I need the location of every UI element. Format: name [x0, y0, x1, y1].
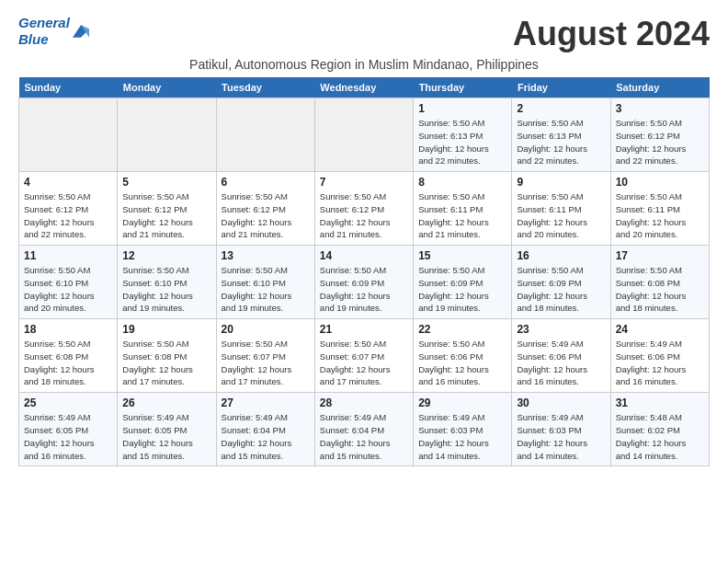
- day-number: 25: [24, 396, 112, 409]
- day-info: Sunrise: 5:50 AM Sunset: 6:12 PM Dayligh…: [122, 190, 210, 241]
- calendar-cell: 19Sunrise: 5:50 AM Sunset: 6:08 PM Dayli…: [118, 319, 216, 393]
- day-info: Sunrise: 5:49 AM Sunset: 6:06 PM Dayligh…: [517, 338, 605, 388]
- logo: General Blue: [18, 15, 89, 48]
- calendar-cell: 27Sunrise: 5:49 AM Sunset: 6:04 PM Dayli…: [216, 393, 314, 466]
- calendar-cell: [118, 98, 216, 172]
- day-info: Sunrise: 5:50 AM Sunset: 6:12 PM Dayligh…: [320, 190, 408, 241]
- header-day-sunday: Sunday: [19, 77, 118, 98]
- calendar-cell: [19, 98, 118, 172]
- day-info: Sunrise: 5:50 AM Sunset: 6:11 PM Dayligh…: [517, 190, 605, 241]
- day-number: 1: [418, 102, 506, 115]
- day-info: Sunrise: 5:49 AM Sunset: 6:05 PM Dayligh…: [122, 411, 210, 462]
- day-number: 20: [222, 323, 310, 336]
- day-info: Sunrise: 5:49 AM Sunset: 6:04 PM Dayligh…: [320, 411, 408, 462]
- calendar-cell: 21Sunrise: 5:50 AM Sunset: 6:07 PM Dayli…: [314, 319, 413, 393]
- day-number: 3: [616, 102, 704, 115]
- header-day-wednesday: Wednesday: [314, 77, 413, 98]
- week-row-3: 11Sunrise: 5:50 AM Sunset: 6:10 PM Dayli…: [19, 246, 710, 319]
- calendar-cell: 22Sunrise: 5:50 AM Sunset: 6:06 PM Dayli…: [414, 319, 512, 393]
- day-number: 7: [320, 176, 408, 189]
- calendar-table: SundayMondayTuesdayWednesdayThursdayFrid…: [18, 77, 710, 466]
- day-number: 19: [122, 323, 210, 336]
- header-day-friday: Friday: [512, 77, 610, 98]
- calendar-cell: 13Sunrise: 5:50 AM Sunset: 6:10 PM Dayli…: [216, 246, 314, 319]
- header-day-tuesday: Tuesday: [216, 77, 314, 98]
- day-number: 14: [320, 249, 408, 262]
- calendar-cell: 20Sunrise: 5:50 AM Sunset: 6:07 PM Dayli…: [216, 319, 314, 393]
- day-number: 6: [222, 176, 310, 189]
- calendar-header: SundayMondayTuesdayWednesdayThursdayFrid…: [19, 77, 710, 98]
- day-info: Sunrise: 5:50 AM Sunset: 6:13 PM Dayligh…: [517, 117, 605, 167]
- calendar-cell: 24Sunrise: 5:49 AM Sunset: 6:06 PM Dayli…: [610, 319, 709, 393]
- day-info: Sunrise: 5:50 AM Sunset: 6:08 PM Dayligh…: [122, 338, 210, 388]
- week-row-1: 1Sunrise: 5:50 AM Sunset: 6:13 PM Daylig…: [19, 98, 710, 172]
- day-number: 16: [517, 249, 605, 262]
- day-info: Sunrise: 5:50 AM Sunset: 6:07 PM Dayligh…: [320, 338, 408, 388]
- day-number: 15: [418, 249, 506, 262]
- calendar-cell: 4Sunrise: 5:50 AM Sunset: 6:12 PM Daylig…: [19, 172, 118, 246]
- day-info: Sunrise: 5:50 AM Sunset: 6:09 PM Dayligh…: [418, 264, 506, 315]
- calendar-cell: 5Sunrise: 5:50 AM Sunset: 6:12 PM Daylig…: [118, 172, 216, 246]
- day-number: 5: [122, 176, 210, 189]
- header-day-monday: Monday: [118, 77, 216, 98]
- day-info: Sunrise: 5:50 AM Sunset: 6:07 PM Dayligh…: [222, 338, 310, 388]
- day-info: Sunrise: 5:50 AM Sunset: 6:10 PM Dayligh…: [122, 264, 210, 315]
- calendar-cell: [314, 98, 413, 172]
- day-number: 18: [24, 323, 112, 336]
- day-number: 13: [222, 249, 310, 262]
- subtitle: Patikul, Autonomous Region in Muslim Min…: [18, 57, 710, 72]
- calendar-cell: 3Sunrise: 5:50 AM Sunset: 6:12 PM Daylig…: [610, 98, 709, 172]
- day-info: Sunrise: 5:50 AM Sunset: 6:08 PM Dayligh…: [616, 264, 704, 315]
- day-number: 9: [517, 176, 605, 189]
- day-info: Sunrise: 5:49 AM Sunset: 6:06 PM Dayligh…: [616, 338, 704, 388]
- day-number: 30: [517, 396, 605, 409]
- calendar-cell: 9Sunrise: 5:50 AM Sunset: 6:11 PM Daylig…: [512, 172, 610, 246]
- day-info: Sunrise: 5:49 AM Sunset: 6:03 PM Dayligh…: [517, 411, 605, 462]
- day-number: 27: [222, 396, 310, 409]
- calendar-cell: 10Sunrise: 5:50 AM Sunset: 6:11 PM Dayli…: [610, 172, 709, 246]
- day-info: Sunrise: 5:49 AM Sunset: 6:04 PM Dayligh…: [222, 411, 310, 462]
- logo-icon: [73, 23, 89, 40]
- calendar-cell: 26Sunrise: 5:49 AM Sunset: 6:05 PM Dayli…: [118, 393, 216, 466]
- day-number: 4: [24, 176, 112, 189]
- day-number: 8: [418, 176, 506, 189]
- calendar-cell: 28Sunrise: 5:49 AM Sunset: 6:04 PM Dayli…: [314, 393, 413, 466]
- calendar-cell: 25Sunrise: 5:49 AM Sunset: 6:05 PM Dayli…: [19, 393, 118, 466]
- calendar-cell: 16Sunrise: 5:50 AM Sunset: 6:09 PM Dayli…: [512, 246, 610, 319]
- week-row-2: 4Sunrise: 5:50 AM Sunset: 6:12 PM Daylig…: [19, 172, 710, 246]
- day-number: 12: [122, 249, 210, 262]
- logo-text: General Blue: [18, 15, 70, 48]
- day-number: 26: [122, 396, 210, 409]
- day-number: 22: [418, 323, 506, 336]
- week-row-5: 25Sunrise: 5:49 AM Sunset: 6:05 PM Dayli…: [19, 393, 710, 466]
- calendar-cell: 8Sunrise: 5:50 AM Sunset: 6:11 PM Daylig…: [414, 172, 512, 246]
- day-info: Sunrise: 5:50 AM Sunset: 6:10 PM Dayligh…: [222, 264, 310, 315]
- day-info: Sunrise: 5:50 AM Sunset: 6:11 PM Dayligh…: [418, 190, 506, 241]
- week-row-4: 18Sunrise: 5:50 AM Sunset: 6:08 PM Dayli…: [19, 319, 710, 393]
- day-info: Sunrise: 5:50 AM Sunset: 6:09 PM Dayligh…: [517, 264, 605, 315]
- calendar-cell: 31Sunrise: 5:48 AM Sunset: 6:02 PM Dayli…: [610, 393, 709, 466]
- day-number: 29: [418, 396, 506, 409]
- day-number: 31: [616, 396, 704, 409]
- day-info: Sunrise: 5:50 AM Sunset: 6:12 PM Dayligh…: [222, 190, 310, 241]
- calendar-cell: 11Sunrise: 5:50 AM Sunset: 6:10 PM Dayli…: [19, 246, 118, 319]
- day-info: Sunrise: 5:48 AM Sunset: 6:02 PM Dayligh…: [616, 411, 704, 462]
- month-title: August 2024: [513, 15, 710, 53]
- day-info: Sunrise: 5:50 AM Sunset: 6:13 PM Dayligh…: [418, 117, 506, 167]
- day-number: 24: [616, 323, 704, 336]
- header-day-saturday: Saturday: [610, 77, 709, 98]
- day-info: Sunrise: 5:50 AM Sunset: 6:10 PM Dayligh…: [24, 264, 112, 315]
- day-info: Sunrise: 5:49 AM Sunset: 6:05 PM Dayligh…: [24, 411, 112, 462]
- calendar-cell: 12Sunrise: 5:50 AM Sunset: 6:10 PM Dayli…: [118, 246, 216, 319]
- day-info: Sunrise: 5:50 AM Sunset: 6:11 PM Dayligh…: [616, 190, 704, 241]
- calendar-cell: 2Sunrise: 5:50 AM Sunset: 6:13 PM Daylig…: [512, 98, 610, 172]
- day-number: 2: [517, 102, 605, 115]
- day-number: 23: [517, 323, 605, 336]
- calendar-cell: 15Sunrise: 5:50 AM Sunset: 6:09 PM Dayli…: [414, 246, 512, 319]
- calendar-cell: 14Sunrise: 5:50 AM Sunset: 6:09 PM Dayli…: [314, 246, 413, 319]
- day-number: 28: [320, 396, 408, 409]
- calendar-cell: 17Sunrise: 5:50 AM Sunset: 6:08 PM Dayli…: [610, 246, 709, 319]
- calendar-cell: 7Sunrise: 5:50 AM Sunset: 6:12 PM Daylig…: [314, 172, 413, 246]
- header-day-thursday: Thursday: [414, 77, 512, 98]
- day-info: Sunrise: 5:50 AM Sunset: 6:12 PM Dayligh…: [24, 190, 112, 241]
